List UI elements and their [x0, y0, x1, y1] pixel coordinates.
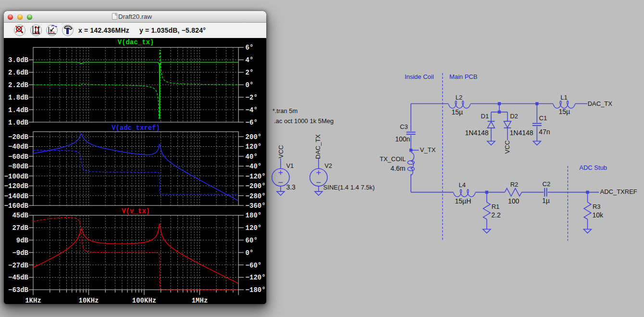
- svg-text:Inside Coil: Inside Coil: [405, 73, 434, 80]
- svg-text:2.2: 2.2: [491, 211, 501, 219]
- svg-text:200°: 200°: [246, 133, 262, 141]
- svg-text:100: 100: [508, 197, 520, 205]
- svg-text:4°: 4°: [246, 56, 254, 64]
- svg-text:−120°: −120°: [246, 173, 266, 180]
- svg-text:−2°: −2°: [246, 94, 258, 101]
- svg-text:D1: D1: [481, 113, 489, 120]
- svg-text:2.6dB: 2.6dB: [8, 69, 29, 76]
- svg-text:−180°: −180°: [246, 286, 266, 294]
- svg-text:0°: 0°: [246, 81, 254, 89]
- svg-text:V(adc_txref): V(adc_txref): [111, 124, 160, 132]
- svg-text:10k: 10k: [593, 211, 604, 219]
- svg-text:1MHz: 1MHz: [192, 297, 208, 304]
- svg-text:−60dB: −60dB: [8, 153, 29, 161]
- svg-text:2.2dB: 2.2dB: [8, 81, 29, 89]
- svg-text:ADC_TXREF: ADC_TXREF: [600, 188, 637, 195]
- svg-text:1N4148: 1N4148: [465, 129, 489, 137]
- svg-text:45dB: 45dB: [12, 212, 28, 219]
- svg-text:L1: L1: [560, 94, 567, 101]
- svg-text:R3: R3: [593, 203, 601, 210]
- svg-text:V2: V2: [324, 162, 332, 169]
- svg-text:−20dB: −20dB: [8, 133, 29, 141]
- svg-text:27dB: 27dB: [12, 224, 28, 232]
- svg-text:40°: 40°: [246, 153, 258, 161]
- svg-text:1µ: 1µ: [542, 197, 550, 204]
- svg-text:C1: C1: [539, 114, 547, 122]
- svg-text:C2: C2: [543, 180, 551, 188]
- svg-text:R1: R1: [492, 203, 500, 210]
- svg-text:−120°: −120°: [246, 274, 266, 281]
- svg-text:−40dB: −40dB: [8, 143, 29, 151]
- svg-text:2°: 2°: [246, 69, 254, 76]
- svg-text:−100dB: −100dB: [4, 173, 29, 180]
- svg-text:60°: 60°: [246, 237, 258, 244]
- svg-text:−80dB: −80dB: [8, 163, 29, 170]
- svg-text:3.3: 3.3: [286, 183, 296, 191]
- svg-text:−280°: −280°: [246, 192, 266, 200]
- svg-text:4.6m: 4.6m: [390, 165, 405, 172]
- svg-text:V_TX: V_TX: [420, 146, 436, 153]
- svg-text:180°: 180°: [246, 212, 262, 219]
- svg-text:DAC_TX: DAC_TX: [314, 134, 322, 159]
- svg-text:−40°: −40°: [246, 163, 262, 170]
- svg-text:−140dB: −140dB: [4, 192, 29, 200]
- svg-text:120°: 120°: [246, 143, 262, 151]
- svg-text:6°: 6°: [246, 44, 254, 51]
- svg-text:C3: C3: [400, 123, 408, 130]
- svg-text:DAC_TX: DAC_TX: [588, 100, 613, 107]
- svg-text:R2: R2: [510, 181, 519, 188]
- svg-text:D2: D2: [510, 113, 518, 120]
- svg-text:Main PCB: Main PCB: [449, 73, 478, 80]
- svg-text:−27dB: −27dB: [8, 262, 29, 269]
- svg-text:−63dB: −63dB: [8, 286, 29, 294]
- svg-text:*.tran 5m: *.tran 5m: [272, 107, 298, 114]
- svg-text:−9dB: −9dB: [12, 249, 28, 257]
- svg-text:−4°: −4°: [246, 106, 258, 114]
- svg-text:120°: 120°: [246, 224, 262, 232]
- svg-text:1KHz: 1KHz: [25, 297, 41, 304]
- svg-text:1.8dB: 1.8dB: [8, 94, 29, 101]
- svg-text:TX_COIL: TX_COIL: [380, 155, 406, 163]
- svg-text:V1: V1: [286, 162, 294, 169]
- svg-text:−60°: −60°: [246, 262, 262, 269]
- svg-text:1N4148: 1N4148: [510, 129, 533, 137]
- svg-text:−120dB: −120dB: [4, 182, 29, 190]
- svg-text:SINE(1.4 1.4 7.5k): SINE(1.4 1.4 7.5k): [323, 184, 375, 191]
- svg-text:−200°: −200°: [246, 182, 266, 190]
- svg-text:9dB: 9dB: [16, 237, 29, 244]
- svg-text:47n: 47n: [539, 128, 550, 136]
- svg-text:100n: 100n: [395, 135, 410, 143]
- svg-text:L2: L2: [456, 94, 462, 101]
- svg-text:−160dB: −160dB: [4, 202, 29, 210]
- svg-text:100KHz: 100KHz: [132, 297, 156, 304]
- svg-text:3.0dB: 3.0dB: [8, 56, 29, 64]
- svg-text:V(dac_tx): V(dac_tx): [118, 38, 154, 46]
- svg-text:−6°: −6°: [246, 119, 258, 127]
- svg-text:0°: 0°: [246, 249, 254, 257]
- svg-text:1.4dB: 1.4dB: [8, 106, 29, 114]
- svg-text:ADC Stub: ADC Stub: [579, 164, 607, 171]
- svg-text:L4: L4: [459, 181, 466, 189]
- svg-text:.ac oct 1000 1k 5Meg: .ac oct 1000 1k 5Meg: [274, 117, 334, 125]
- svg-text:15µ: 15µ: [559, 108, 570, 115]
- svg-text:−360°: −360°: [246, 202, 266, 210]
- svg-text:VCC: VCC: [277, 145, 285, 158]
- svg-text:V(v_tx): V(v_tx): [122, 207, 150, 215]
- svg-text:VCC: VCC: [504, 140, 511, 153]
- svg-text:15µH: 15µH: [455, 197, 471, 205]
- svg-text:15µ: 15µ: [452, 108, 463, 116]
- svg-text:10KHz: 10KHz: [78, 297, 99, 304]
- svg-text:1.0dB: 1.0dB: [8, 119, 29, 127]
- svg-text:−45dB: −45dB: [8, 274, 29, 281]
